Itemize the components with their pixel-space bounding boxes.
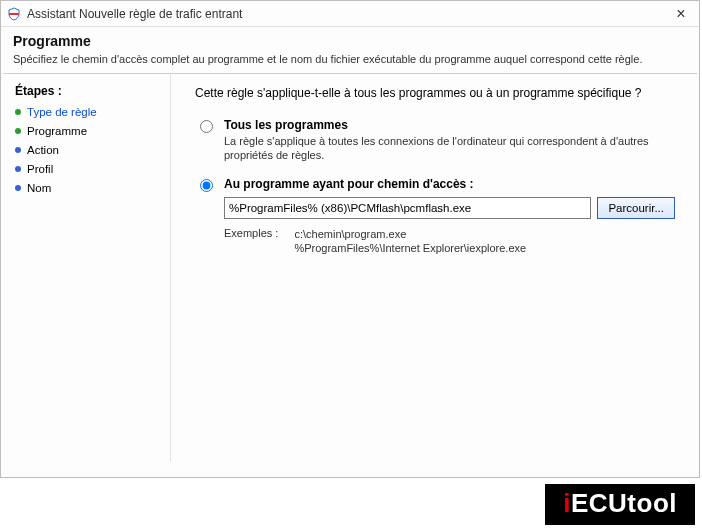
option-all-desc: La règle s'applique à toutes les connexi… <box>224 134 675 163</box>
program-path-row: Parcourir... <box>224 197 675 219</box>
content-pane: Cette règle s'applique-t-elle à tous les… <box>171 74 699 462</box>
watermark-rest: ECUtool <box>571 488 677 519</box>
close-button[interactable]: × <box>669 5 693 23</box>
watermark-prefix: i <box>563 488 571 519</box>
bullet-icon <box>15 166 21 172</box>
step-programme[interactable]: Programme <box>15 125 160 137</box>
browse-button[interactable]: Parcourir... <box>597 197 675 219</box>
examples-paths: c:\chemin\program.exe %ProgramFiles%\Int… <box>294 227 526 257</box>
wizard-window: Assistant Nouvelle règle de trafic entra… <box>0 0 700 478</box>
step-type-de-regle[interactable]: Type de règle <box>15 106 160 118</box>
page-description: Spécifiez le chemin d'accès complet au p… <box>13 53 687 65</box>
option-all-title: Tous les programmes <box>224 118 675 132</box>
examples-block: Exemples : c:\chemin\program.exe %Progra… <box>224 227 675 257</box>
watermark-logo: iECUtool <box>545 484 695 525</box>
bullet-icon <box>15 109 21 115</box>
option-program-path[interactable]: Au programme ayant pour chemin d'accès :… <box>195 177 675 257</box>
step-label: Action <box>27 144 59 156</box>
option-body: Au programme ayant pour chemin d'accès :… <box>224 177 675 257</box>
firewall-shield-icon <box>7 7 21 21</box>
window-title: Assistant Nouvelle règle de trafic entra… <box>27 7 669 21</box>
step-profil[interactable]: Profil <box>15 163 160 175</box>
examples-label: Exemples : <box>224 227 278 257</box>
program-path-input[interactable] <box>224 197 591 219</box>
steps-heading: Étapes : <box>15 84 160 98</box>
option-all-programs[interactable]: Tous les programmes La règle s'applique … <box>195 118 675 163</box>
question-text: Cette règle s'applique-t-elle à tous les… <box>195 86 675 100</box>
steps-sidebar: Étapes : Type de règle Programme Action … <box>1 74 171 462</box>
bullet-icon <box>15 128 21 134</box>
bullet-icon <box>15 147 21 153</box>
option-path-title: Au programme ayant pour chemin d'accès : <box>224 177 675 191</box>
step-label: Profil <box>27 163 53 175</box>
titlebar: Assistant Nouvelle règle de trafic entra… <box>1 1 699 27</box>
bullet-icon <box>15 185 21 191</box>
page-title: Programme <box>13 33 687 49</box>
step-nom[interactable]: Nom <box>15 182 160 194</box>
step-label: Type de règle <box>27 106 97 118</box>
page-header: Programme Spécifiez le chemin d'accès co… <box>1 27 699 73</box>
example-path-2: %ProgramFiles%\Internet Explorer\iexplor… <box>294 241 526 256</box>
step-label: Programme <box>27 125 87 137</box>
example-path-1: c:\chemin\program.exe <box>294 227 526 242</box>
wizard-body: Étapes : Type de règle Programme Action … <box>1 74 699 462</box>
step-label: Nom <box>27 182 51 194</box>
radio-program-path[interactable] <box>200 179 213 192</box>
option-body: Tous les programmes La règle s'applique … <box>224 118 675 163</box>
radio-all-programs[interactable] <box>200 120 213 133</box>
step-action[interactable]: Action <box>15 144 160 156</box>
